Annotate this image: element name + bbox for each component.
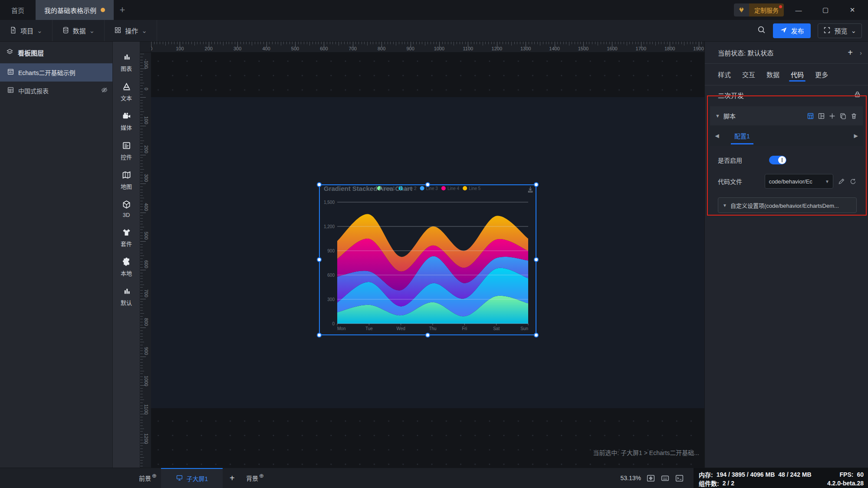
legend-dot-5[interactable] [463, 186, 467, 190]
preview-label: 预览 [834, 26, 847, 35]
layers-panel: 看板图层 Echarts二开基础示例 中国式报表 [0, 42, 113, 468]
x-axis-label: Sun [520, 326, 528, 331]
tab-home[interactable]: 首页 [0, 0, 36, 20]
code-file-value: code/behavior/Ec [769, 178, 825, 185]
scroll-right-icon[interactable]: ▶ [852, 133, 859, 139]
tab-more[interactable]: 更多 [815, 64, 828, 85]
layer-item-label: 中国式报表 [18, 86, 97, 95]
x-axis-label: Fri [462, 326, 467, 331]
enable-row: 是否启用 [710, 156, 863, 164]
refresh-icon[interactable] [849, 178, 857, 185]
resize-handle-nw[interactable] [317, 182, 322, 187]
legend-label[interactable]: Line 5 [469, 186, 481, 191]
config-tab-1[interactable]: 配置1 [734, 125, 750, 146]
diamond-icon [734, 3, 749, 16]
add-page-button[interactable]: + [223, 468, 242, 488]
memory-gpu-value: 48 / 242 MB [778, 471, 811, 478]
preview-button[interactable]: 预览 ⌄ [818, 23, 862, 38]
resize-handle-sw[interactable] [317, 333, 322, 337]
save-as-image-icon[interactable] [529, 187, 533, 192]
resize-handle-w[interactable] [317, 257, 322, 262]
eye-off-icon[interactable] [101, 86, 108, 95]
resize-handle-n[interactable] [425, 182, 430, 187]
layer-item-label: Echarts二开基础示例 [18, 68, 108, 77]
tab-style[interactable]: 样式 [718, 64, 731, 85]
publish-label: 发布 [791, 26, 804, 35]
tab-data[interactable]: 数据 [766, 64, 779, 85]
resize-handle-s[interactable] [425, 333, 430, 337]
titlebar-right: 定制服务 — ▢ ✕ [734, 0, 868, 20]
menu-actions-label: 操作 [125, 26, 138, 35]
secondary-dev-header[interactable]: 二次开发 [705, 85, 868, 105]
expand-states-icon[interactable]: › [860, 49, 862, 56]
default-chart-icon [122, 286, 132, 296]
publish-button[interactable]: 发布 [773, 23, 811, 38]
script-row[interactable]: ▼ 脚本 [710, 106, 863, 125]
toolbar-item-cube-3d[interactable]: 3D [113, 195, 140, 223]
database-icon [62, 26, 69, 35]
toolbar-item-label: 3D [123, 212, 130, 218]
toolbar-item-text[interactable]: 文本 [113, 77, 140, 107]
code-file-row: 代码文件 code/behavior/Ec ▼ [710, 174, 863, 189]
toolbar-item-widget[interactable]: 控件 [113, 136, 140, 166]
editor-canvas[interactable]: 03006009001,2001,500MonTueWedThuFriSatSu… [151, 52, 704, 468]
lock-icon[interactable] [854, 91, 861, 99]
resize-handle-se[interactable] [534, 333, 539, 337]
tab-interaction[interactable]: 交互 [742, 64, 755, 85]
zoom-level[interactable]: 53.13% [621, 475, 641, 481]
console-icon[interactable] [675, 474, 684, 483]
menu-actions[interactable]: 操作 ⌄ [105, 20, 157, 41]
chevron-down-icon: ⌄ [89, 27, 95, 35]
tab-code[interactable]: 代码 [791, 64, 804, 85]
toolbar-item-default-chart[interactable]: 默认 [113, 282, 140, 311]
layer-item-cn-report[interactable]: 中国式报表 [0, 82, 112, 100]
fit-screen-icon[interactable] [646, 474, 655, 483]
toolbar-item-puzzle[interactable]: 本地 [113, 252, 140, 282]
legend-dot-3[interactable] [420, 186, 424, 190]
legend-dot-4[interactable] [441, 186, 446, 190]
custom-service-badge[interactable]: 定制服务 [734, 3, 784, 16]
tab-current-label: 我的基础表格示例 [44, 6, 96, 15]
enable-toggle[interactable] [769, 156, 786, 164]
foreground-button[interactable]: 前景 ⊕ [135, 468, 161, 488]
kit-icon [122, 227, 132, 237]
keyboard-shortcuts-icon[interactable] [661, 474, 670, 483]
background-button[interactable]: 背景 ⊕ [242, 468, 268, 488]
menu-project[interactable]: 项目 ⌄ [0, 20, 53, 41]
minimize-button[interactable]: — [786, 0, 811, 20]
close-button[interactable]: ✕ [840, 0, 865, 20]
code-file-select[interactable]: code/behavior/Ec ▼ [765, 174, 833, 189]
tab-current-document[interactable]: 我的基础表格示例 [36, 0, 114, 20]
add-state-button[interactable]: + [848, 48, 853, 58]
add-config-icon[interactable] [829, 112, 836, 120]
custom-settings-section[interactable]: ▼ 自定义设置项(code/behavior/EchartsDem... [718, 197, 857, 213]
edit-pencil-icon[interactable] [838, 178, 845, 185]
resize-handle-e[interactable] [534, 257, 539, 262]
x-axis-label: Tue [365, 326, 373, 331]
table-view-icon[interactable] [818, 112, 825, 120]
maximize-button[interactable]: ▢ [813, 0, 838, 20]
table-view-active-icon[interactable] [807, 112, 814, 120]
legend-label[interactable]: Line 4 [447, 186, 460, 191]
delete-icon[interactable] [850, 112, 858, 120]
toolbar-item-media[interactable]: 媒体 [113, 107, 140, 136]
toolbar-item-bar-chart[interactable]: 图表 [113, 48, 140, 77]
add-foreground-icon[interactable]: ⊕ [152, 472, 157, 479]
page-tab-active[interactable]: 子大屏1 [161, 468, 223, 488]
search-icon[interactable] [757, 25, 766, 36]
layer-item-echarts[interactable]: Echarts二开基础示例 [0, 63, 112, 82]
toolbar-item-map[interactable]: 地图 [113, 166, 140, 195]
echarts-component[interactable]: 03006009001,2001,500MonTueWedThuFriSatSu… [319, 185, 536, 335]
performance-info: 内存: 194 / 3895 / 4096 MB 48 / 242 MB FPS… [694, 468, 868, 488]
menu-data[interactable]: 数据 ⌄ [53, 20, 105, 41]
resize-handle-ne[interactable] [534, 182, 539, 187]
x-axis-label: Sat [493, 326, 500, 331]
toolbar-item-label: 媒体 [121, 123, 132, 131]
background-label: 背景 [246, 474, 258, 482]
new-tab-button[interactable]: + [114, 0, 131, 20]
copy-icon[interactable] [839, 112, 847, 120]
toolbar-item-kit[interactable]: 套件 [113, 223, 140, 252]
scroll-left-icon[interactable]: ◀ [713, 133, 720, 139]
add-background-icon[interactable]: ⊕ [259, 472, 264, 479]
menu-data-label: 数据 [73, 26, 86, 35]
